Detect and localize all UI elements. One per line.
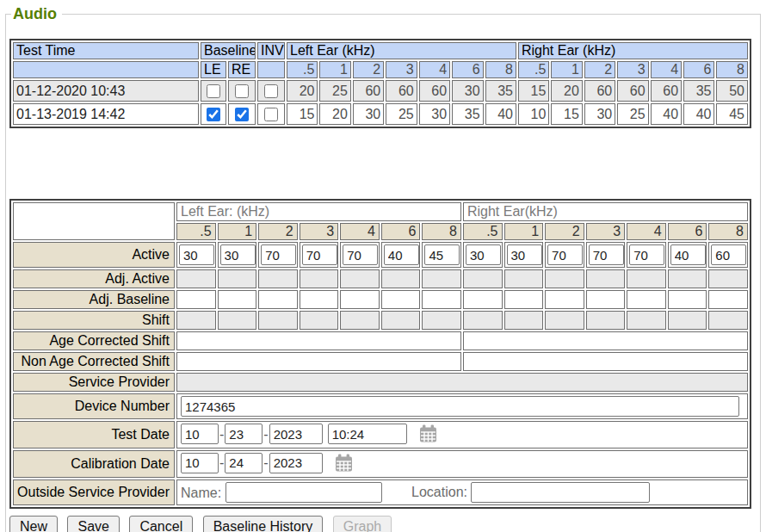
adj-baseline-cell (422, 290, 461, 309)
calibration-year-input[interactable] (269, 453, 323, 473)
threshold-value: 10 (518, 103, 549, 125)
device-number-input[interactable] (181, 396, 739, 417)
adj-active-cell (300, 269, 339, 288)
inv-checkbox[interactable] (264, 108, 278, 121)
active-cell (586, 242, 626, 268)
save-button[interactable]: Save (67, 516, 119, 532)
outside-service-provider-row: Outside Service Provider Name: Location: (13, 479, 748, 505)
active-input-le-2[interactable] (261, 244, 296, 265)
outside-service-provider-cell: Name: Location: (176, 479, 748, 505)
shift-cell (340, 311, 380, 330)
calibration-day-input[interactable] (225, 453, 263, 473)
threshold-value: 25 (617, 103, 648, 125)
freq-header: 2 (545, 223, 584, 240)
adj-baseline-cell (340, 290, 380, 309)
active-input-re-3[interactable] (589, 244, 624, 265)
new-button[interactable]: New (9, 516, 58, 532)
shift-cell (381, 311, 421, 330)
shift-cell (422, 311, 461, 330)
adj-baseline-cell (463, 290, 503, 309)
test-date-month-input[interactable] (181, 424, 219, 444)
spacer-cell (13, 202, 175, 240)
freq-header: 1 (218, 223, 257, 240)
entry-header-row-1: Left Ear: (kHz) Right Ear(kHz) (13, 202, 748, 221)
adj-baseline-cell (627, 290, 666, 309)
calibration-month-input[interactable] (181, 453, 219, 473)
active-input-le-6[interactable] (384, 244, 419, 265)
shift-cell (463, 311, 503, 330)
test-date-label: Test Date (13, 421, 175, 448)
freq-header: .5 (287, 61, 318, 78)
service-provider-cell (176, 373, 748, 392)
freq-header: 2 (258, 223, 298, 240)
non-age-corrected-shift-label: Non Age Corrected Shift (13, 352, 175, 371)
osp-location-label: Location: (411, 485, 467, 499)
cancel-button[interactable]: Cancel (129, 516, 193, 532)
freq-header: 4 (419, 61, 450, 78)
active-cell (504, 242, 544, 268)
right-ear-header: Right Ear(kHz) (463, 202, 748, 221)
threshold-value: 25 (386, 103, 417, 125)
re-baseline-checkbox[interactable] (235, 108, 249, 121)
freq-header: 6 (683, 61, 714, 78)
threshold-value: 60 (584, 80, 615, 102)
baseline-history-button[interactable]: Baseline History (203, 516, 324, 532)
inv-checkbox[interactable] (264, 84, 278, 98)
active-input-re-6[interactable] (670, 244, 706, 265)
graph-button[interactable]: Graph (333, 516, 392, 532)
shift-cell (504, 311, 544, 330)
active-input-re-05[interactable] (466, 244, 501, 265)
freq-header: 6 (381, 223, 421, 240)
calendar-icon[interactable] (419, 424, 437, 446)
adj-baseline-row: Adj. Baseline (13, 290, 748, 309)
test-date-year-input[interactable] (269, 424, 323, 444)
date-separator: - (219, 427, 224, 442)
active-input-le-3[interactable] (302, 244, 337, 265)
threshold-value: 60 (386, 80, 417, 102)
shift-cell (668, 311, 707, 330)
adj-active-cell (422, 269, 461, 288)
test-date-row: Test Date -- (13, 421, 748, 448)
active-cell (300, 242, 339, 268)
threshold-value: 50 (716, 80, 748, 102)
test-time-value: 01-13-2019 14:42 (13, 103, 199, 125)
le-baseline-checkbox[interactable] (207, 108, 220, 121)
freq-header: 2 (584, 61, 615, 78)
le-baseline-checkbox[interactable] (207, 84, 220, 98)
threshold-value: 25 (319, 80, 350, 102)
osp-location-input[interactable] (471, 482, 650, 503)
shift-cell (545, 311, 584, 330)
adj-active-cell (340, 269, 380, 288)
threshold-value: 20 (287, 80, 318, 102)
active-input-le-8[interactable] (424, 244, 460, 265)
adj-baseline-cell (381, 290, 421, 309)
adj-active-cell (381, 269, 421, 288)
adj-baseline-label: Adj. Baseline (13, 290, 175, 309)
calendar-icon[interactable] (335, 454, 353, 475)
date-separator: - (263, 427, 268, 442)
device-number-label: Device Number (13, 393, 175, 419)
active-input-re-2[interactable] (547, 244, 583, 265)
osp-name-input[interactable] (225, 482, 382, 503)
freq-header: 3 (386, 61, 417, 78)
test-date-day-input[interactable] (225, 424, 263, 444)
baseline-header: Baseline (201, 42, 256, 59)
age-corrected-shift-left-cell (176, 331, 461, 350)
active-input-re-1[interactable] (507, 244, 542, 265)
le-baseline-cell (201, 103, 226, 125)
active-input-re-4[interactable] (629, 244, 664, 265)
active-input-le-4[interactable] (343, 244, 378, 265)
test-time-input[interactable] (328, 424, 407, 444)
active-input-le-1[interactable] (220, 244, 256, 265)
active-cell (627, 242, 666, 268)
threshold-value: 60 (419, 80, 450, 102)
active-cell (218, 242, 257, 268)
threshold-value: 30 (584, 103, 615, 125)
re-baseline-checkbox[interactable] (235, 84, 249, 98)
active-input-re-8[interactable] (711, 244, 746, 265)
le-baseline-cell (201, 80, 226, 102)
active-cell (708, 242, 748, 268)
shift-cell (586, 311, 626, 330)
active-input-le-05[interactable] (179, 244, 214, 265)
freq-header: 4 (340, 223, 380, 240)
